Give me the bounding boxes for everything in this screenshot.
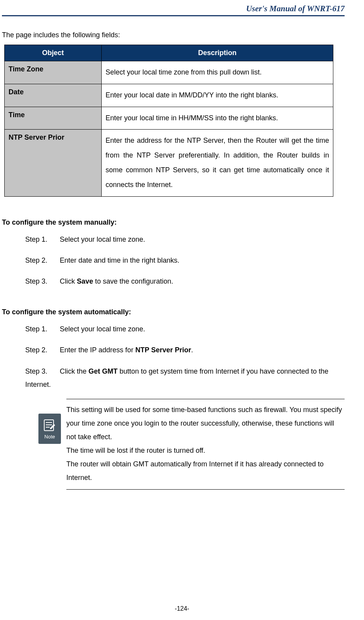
cell-object: Time (5, 107, 102, 130)
page-number: -124- (0, 605, 364, 612)
step-label: Step 3. (25, 275, 58, 288)
header-divider (2, 15, 345, 16)
cell-desc: Select your local time zone from this pu… (102, 61, 333, 84)
note-icon-label: Note (44, 434, 55, 440)
th-object: Object (5, 45, 102, 61)
step-bold: Save (77, 277, 93, 285)
manual-config-section: To configure the system manually: Step 1… (14, 218, 343, 288)
step-label: Step 3. (25, 365, 58, 378)
notepad-icon (42, 417, 57, 433)
intro-text: The page includes the following fields: (2, 31, 343, 39)
manual-heading: To configure the system manually: (2, 218, 343, 227)
table-header-row: Object Description (5, 45, 333, 61)
cell-desc: Enter your local date in MM/DD/YY into t… (102, 84, 333, 107)
step-text: Select your local time zone. (60, 236, 145, 243)
auto-heading: To configure the system automatically: (2, 308, 343, 316)
step-text: Click the (60, 367, 88, 375)
table-row: Time Enter your local time in HH/MM/SS i… (5, 107, 333, 130)
note-icon: Note (38, 414, 61, 444)
note-line-3: The router will obtain GMT automatically… (66, 457, 345, 485)
step-item: Step 3. Click Save to save the configura… (25, 275, 343, 288)
step-label: Step 2. (25, 254, 58, 267)
auto-config-section: To configure the system automatically: S… (14, 308, 343, 391)
step-bold: NTP Server Prior (135, 346, 191, 354)
note-body: This setting will be used for some time-… (66, 399, 345, 490)
step-text: Enter the IP address for (60, 346, 135, 354)
note-line-2: The time will be lost if the router is t… (66, 444, 345, 457)
th-description: Description (102, 45, 333, 61)
table-row: NTP Server Prior Enter the address for t… (5, 130, 333, 196)
step-text: Click (60, 277, 77, 285)
step-item: Step 1. Select your local time zone. (25, 233, 343, 246)
table-row: Time Zone Select your local time zone fr… (5, 61, 333, 84)
cell-object: Date (5, 84, 102, 107)
step-label: Step 1. (25, 233, 58, 246)
cell-desc: Enter your local time in HH/MM/SS into t… (102, 107, 333, 130)
doc-header-title: User's Manual of WNRT-617 (14, 4, 345, 14)
table-row: Date Enter your local date in MM/DD/YY i… (5, 84, 333, 107)
step-text-post: . (191, 346, 193, 354)
fields-table: Object Description Time Zone Select your… (4, 45, 333, 197)
step-label: Step 1. (25, 322, 58, 336)
note-icon-wrap: Note (38, 414, 61, 444)
step-item: Step 2. Enter the IP address for NTP Ser… (25, 343, 343, 357)
note-block: Note This setting will be used for some … (38, 399, 345, 490)
step-label: Step 2. (25, 343, 58, 357)
cell-object: NTP Server Prior (5, 130, 102, 196)
step-text: Select your local time zone. (60, 325, 145, 333)
step-item: Step 2. Enter date and time in the right… (25, 254, 343, 267)
step-bold: Get GMT (88, 367, 118, 375)
step-text-post: to save the configuration. (93, 277, 173, 285)
cell-object: Time Zone (5, 61, 102, 84)
step-item: Step 1. Select your local time zone. (25, 322, 343, 336)
note-line-1: This setting will be used for some time-… (66, 403, 345, 444)
step-item: Step 3. Click the Get GMT button to get … (25, 365, 343, 391)
step-text: Enter date and time in the right blanks. (60, 256, 179, 264)
cell-desc: Enter the address for the NTP Server, th… (102, 130, 333, 196)
